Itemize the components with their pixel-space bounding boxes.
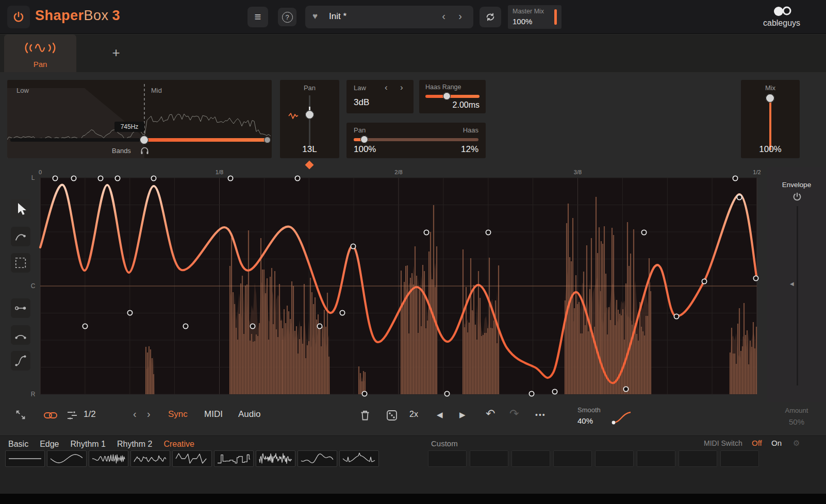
midi-settings-gear-icon[interactable]: ⚙ bbox=[793, 439, 800, 448]
tool-curve[interactable] bbox=[11, 325, 30, 345]
law-panel[interactable]: Law ‹ › 3dB bbox=[346, 80, 414, 113]
curve-node[interactable] bbox=[623, 387, 628, 391]
wave-thumb-peaks[interactable] bbox=[339, 450, 379, 467]
custom-slot-1[interactable] bbox=[428, 450, 467, 467]
preset-name[interactable]: Init * bbox=[329, 11, 346, 22]
randomize-button[interactable] bbox=[384, 407, 400, 424]
envelope-power-button[interactable] bbox=[791, 191, 803, 203]
pan-haas-haas-value[interactable]: 12% bbox=[461, 144, 478, 155]
curve-node[interactable] bbox=[250, 324, 255, 328]
favorite-heart-icon[interactable]: ♥ bbox=[312, 11, 318, 22]
band-right-handle[interactable] bbox=[264, 137, 271, 143]
curve-node[interactable] bbox=[151, 176, 156, 180]
preset-next-button[interactable]: › bbox=[458, 11, 462, 21]
curve-node[interactable] bbox=[753, 276, 758, 280]
trigger-audio-button[interactable]: Audio bbox=[238, 409, 260, 419]
curve-node[interactable] bbox=[82, 324, 87, 328]
more-options-button[interactable]: ••• bbox=[535, 411, 546, 419]
curve-node[interactable] bbox=[362, 391, 367, 396]
preset-category-rhythm-1[interactable]: Rhythm 1 bbox=[71, 440, 106, 449]
custom-slot-4[interactable] bbox=[553, 450, 592, 467]
pan-value[interactable]: 13L bbox=[280, 144, 339, 155]
tab-pan[interactable]: Pan bbox=[4, 35, 76, 72]
band-slider-track-mid[interactable] bbox=[144, 138, 269, 142]
shift-right-button[interactable]: ▶ bbox=[459, 410, 466, 419]
preset-category-rhythm-2[interactable]: Rhythm 2 bbox=[117, 440, 152, 449]
curve-node[interactable] bbox=[737, 195, 741, 199]
wave-thumb-noise[interactable] bbox=[256, 450, 295, 467]
smooth-value[interactable]: 40% bbox=[577, 416, 609, 425]
envelope-amount-slider[interactable] bbox=[797, 206, 798, 385]
curve-node[interactable] bbox=[317, 324, 322, 328]
wave-thumb-steps[interactable] bbox=[214, 450, 254, 467]
custom-slot-2[interactable] bbox=[470, 450, 508, 467]
curve-node[interactable] bbox=[641, 230, 646, 234]
curve-node[interactable] bbox=[424, 230, 428, 234]
curve-node[interactable] bbox=[702, 279, 706, 283]
curve-node[interactable] bbox=[351, 244, 355, 248]
curve-node[interactable] bbox=[71, 176, 76, 180]
undo-button[interactable]: ↶ bbox=[486, 407, 495, 421]
haas-range-value[interactable]: 2.00ms bbox=[453, 100, 480, 110]
headphones-icon[interactable] bbox=[140, 146, 149, 155]
wave-thumb-chirp[interactable] bbox=[89, 450, 128, 467]
preset-category-basic[interactable]: Basic bbox=[8, 440, 28, 449]
custom-slot-7[interactable] bbox=[679, 450, 717, 467]
haas-range-handle[interactable] bbox=[443, 92, 451, 100]
band-position-marker[interactable] bbox=[305, 161, 314, 170]
shift-left-button[interactable]: ◀ bbox=[437, 410, 443, 419]
redo-button[interactable]: ↷ bbox=[509, 407, 519, 421]
curve-node[interactable] bbox=[53, 176, 57, 180]
trigger-midi-button[interactable]: MIDI bbox=[204, 409, 223, 419]
haas-range-track[interactable] bbox=[425, 95, 480, 98]
menu-button[interactable]: ≡ bbox=[247, 7, 268, 27]
curve-node[interactable] bbox=[529, 391, 534, 396]
tool-draw-pen[interactable] bbox=[11, 227, 30, 246]
midi-switch-on-button[interactable]: On bbox=[771, 439, 782, 447]
tool-marquee-select[interactable] bbox=[11, 253, 30, 273]
clear-wave-button[interactable] bbox=[357, 407, 373, 424]
expand-editor-button[interactable] bbox=[11, 405, 30, 425]
help-button[interactable]: ? bbox=[278, 8, 296, 26]
crossover-handle[interactable] bbox=[140, 136, 148, 144]
custom-slot-8[interactable] bbox=[720, 450, 759, 467]
curve-node[interactable] bbox=[115, 176, 120, 180]
tool-line-nodes[interactable] bbox=[11, 298, 30, 318]
wave-thumb-flat[interactable] bbox=[5, 450, 45, 467]
preset-reload-button[interactable] bbox=[480, 7, 501, 27]
pan-slider-panel[interactable]: Pan 13L bbox=[280, 80, 339, 158]
curve-node[interactable] bbox=[486, 230, 490, 234]
pan-slider-track[interactable] bbox=[309, 95, 310, 150]
bypass-power-button[interactable] bbox=[7, 6, 30, 28]
pan-haas-handle[interactable] bbox=[360, 136, 368, 143]
add-shaper-button[interactable]: + bbox=[107, 44, 125, 61]
rate-next-button[interactable]: › bbox=[147, 409, 151, 419]
pan-haas-pan-value[interactable]: 100% bbox=[354, 144, 376, 155]
step-pattern-button[interactable] bbox=[63, 407, 81, 424]
double-pattern-button[interactable]: 2x bbox=[409, 410, 418, 419]
envelope-marker-icon[interactable]: ◀ bbox=[790, 281, 794, 287]
preset-category-edge[interactable]: Edge bbox=[40, 440, 59, 449]
pan-slider-handle[interactable] bbox=[305, 110, 314, 119]
band-slider-track-left[interactable] bbox=[10, 138, 144, 142]
wave-thumb-sine[interactable] bbox=[47, 450, 87, 467]
preset-category-creative[interactable]: Creative bbox=[163, 440, 194, 449]
curve-node[interactable] bbox=[98, 176, 103, 180]
law-next-button[interactable]: › bbox=[400, 83, 403, 92]
tool-s-curve[interactable] bbox=[11, 351, 30, 371]
curve-node[interactable] bbox=[228, 176, 233, 180]
custom-slot-3[interactable] bbox=[511, 450, 550, 467]
curve-node[interactable] bbox=[340, 310, 344, 315]
curve-node[interactable] bbox=[552, 389, 557, 394]
link-waves-button[interactable] bbox=[41, 407, 60, 424]
lfo-editor-canvas[interactable] bbox=[40, 178, 757, 394]
curve-node[interactable] bbox=[733, 176, 737, 180]
preset-prev-button[interactable]: ‹ bbox=[442, 11, 445, 21]
haas-range-panel[interactable]: Haas Range 2.00ms bbox=[419, 80, 486, 113]
curve-node[interactable] bbox=[444, 391, 449, 396]
law-prev-button[interactable]: ‹ bbox=[385, 83, 388, 92]
wave-thumb-smooth[interactable] bbox=[298, 450, 337, 467]
pan-haas-track[interactable] bbox=[354, 138, 478, 141]
law-value[interactable]: 3dB bbox=[354, 97, 369, 108]
trigger-sync-button[interactable]: Sync bbox=[168, 409, 188, 419]
